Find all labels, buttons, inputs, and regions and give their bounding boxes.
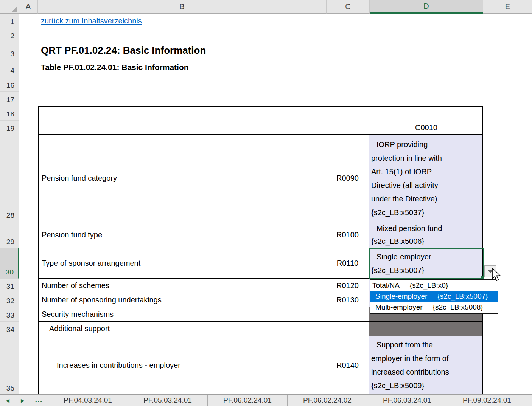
row-header-31[interactable]: 31 (0, 279, 19, 293)
row-header-16[interactable]: 16 (0, 77, 19, 92)
row-label-cell[interactable]: Increases in contributions - employer (39, 336, 326, 394)
column-header-d-selected[interactable]: D (370, 0, 483, 14)
row-label-cell[interactable]: Number of sponsoring undertakings (39, 293, 326, 307)
value-cell[interactable]: Mixed pension fund {s2c_LB:x5006} (369, 222, 482, 248)
table-row: Increases in contributions - employer R0… (39, 336, 482, 394)
validation-dropdown-list: Total/NA {s2c_LB:x0} Single-employer {s2… (370, 279, 498, 314)
row-header-2[interactable]: 2 (0, 28, 19, 42)
row-header-28[interactable]: 28 (0, 135, 19, 222)
table-row: Additional support (39, 322, 482, 336)
row-label-cell[interactable]: Type of sponsor arrangement (39, 248, 326, 278)
table-subtitle: Table PF.01.02.24.01: Basic Information (41, 63, 189, 72)
row-label-cell[interactable]: Security mechanisms (39, 307, 326, 321)
select-all-triangle-icon (12, 6, 17, 12)
row-code-cell[interactable] (326, 307, 369, 321)
sheet-tab-pf-09-02-24-01[interactable]: PF.09.02.24.01 (447, 395, 527, 406)
row-label-cell[interactable]: Additional support (39, 322, 326, 336)
active-value-cell[interactable]: Single-employer {s2c_LB:x5007} (369, 248, 482, 278)
sheet-overflow-button[interactable]: … (30, 395, 48, 406)
row-label-cell[interactable]: Number of schemes (39, 279, 326, 293)
disabled-value-cell[interactable] (369, 322, 482, 336)
row-code-cell[interactable]: R0130 (326, 293, 369, 307)
sheet-tab-pf-06-03-24-01[interactable]: PF.06.03.24.01 (367, 395, 447, 406)
table-header-box: C0010 (38, 106, 483, 135)
table-row: Type of sponsor arrangement R0110 Single… (39, 248, 482, 279)
column-code-area: C0010 (370, 107, 482, 134)
dropdown-item-multi-employer[interactable]: Multi-employer {s2c_LB:x5008} (370, 302, 498, 313)
sheet-tab-pf-06-02-24-01[interactable]: PF.06.02.24.01 (207, 395, 287, 406)
row-code-cell[interactable]: R0120 (326, 279, 369, 293)
row-header-18[interactable]: 18 (0, 106, 19, 121)
dropdown-item-total-na[interactable]: Total/NA {s2c_LB:x0} (370, 280, 498, 291)
sheet-nav-right-icon[interactable]: ▶ (15, 395, 30, 406)
row-header-34[interactable]: 34 (0, 322, 19, 336)
back-to-toc-link[interactable]: zurück zum Inhaltsverzeichnis (41, 17, 142, 25)
row-code-cell[interactable]: R0100 (326, 222, 369, 248)
page-break-line-vertical (370, 14, 370, 106)
row-code-cell[interactable]: R0110 (326, 248, 369, 278)
table-row: Pension fund category R0090 IORP providi… (39, 135, 482, 222)
column-header-b[interactable]: B (38, 0, 327, 14)
basic-information-table: Pension fund category R0090 IORP providi… (38, 135, 483, 394)
sheet-nav-left-icon[interactable]: ◀ (0, 395, 15, 406)
column-header-c[interactable]: C (327, 0, 370, 14)
sheet-tab-pf-04-03-24-01[interactable]: PF.04.03.24.01 (48, 395, 128, 406)
page-title: QRT PF.01.02.24: Basic Information (41, 45, 206, 56)
row-label-cell[interactable]: Pension fund type (39, 222, 326, 248)
sheet-tab-pf-05-03-24-01[interactable]: PF.05.03.24.01 (128, 395, 207, 406)
chevron-down-icon (488, 270, 493, 273)
value-cell[interactable]: IORP providing protection in line with A… (369, 135, 482, 222)
column-header-a[interactable]: A (19, 0, 38, 14)
column-code-cell[interactable]: C0010 (370, 121, 482, 134)
dropdown-button[interactable] (484, 265, 496, 277)
row-header-17[interactable]: 17 (0, 92, 19, 106)
select-all-corner[interactable] (0, 0, 19, 14)
row-header-4[interactable]: 4 (0, 60, 19, 77)
sheet-tab-bar: ◀ ▶ … PF.04.03.24.01 PF.05.03.24.01 PF.0… (0, 394, 532, 406)
row-label-cell[interactable]: Pension fund category (39, 135, 326, 222)
row-header-3[interactable]: 3 (0, 42, 19, 60)
column-header-e[interactable]: E (483, 0, 532, 14)
row-code-cell[interactable]: R0140 (326, 336, 369, 394)
row-code-cell[interactable] (326, 322, 369, 336)
value-cell[interactable]: Support from the employer in the form of… (369, 336, 482, 394)
dropdown-item-single-employer-selected[interactable]: Single-employer {s2c_LB:x5007} (370, 291, 498, 302)
spreadsheet-window: A B C D E 1 2 3 4 16 17 18 19 28 29 30 3… (0, 0, 532, 406)
row-header-1[interactable]: 1 (0, 14, 19, 28)
row-header-35[interactable]: 35 (0, 336, 19, 394)
row-header-33[interactable]: 33 (0, 307, 19, 322)
row-header-19[interactable]: 19 (0, 121, 19, 135)
sheet-tab-pf-06-02-24-02[interactable]: PF.06.02.24.02 (287, 395, 367, 406)
row-header-30-selected[interactable]: 30 (0, 248, 19, 279)
row-header-32[interactable]: 32 (0, 293, 19, 307)
row-code-cell[interactable]: R0090 (326, 135, 369, 222)
table-row: Pension fund type R0100 Mixed pension fu… (39, 222, 482, 248)
row-header-29[interactable]: 29 (0, 222, 19, 248)
